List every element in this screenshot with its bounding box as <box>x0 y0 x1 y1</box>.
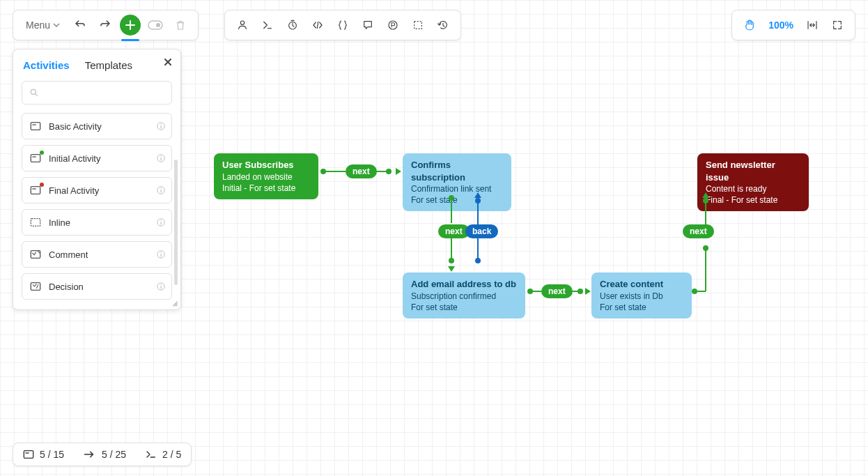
toolbar-main: Menu <box>13 10 199 40</box>
svg-rect-10 <box>31 155 40 162</box>
activities-panel: Activities Templates Basic Activity Init… <box>13 49 181 310</box>
chat-icon <box>362 20 373 31</box>
edge-arrow <box>396 168 401 175</box>
panel-item-label: Inline <box>49 217 70 228</box>
toolbar-tools <box>224 10 461 40</box>
edge-arrow <box>585 288 591 295</box>
undo-icon <box>74 19 86 31</box>
svg-rect-7 <box>31 123 40 130</box>
code-icon <box>311 20 324 31</box>
menu-dropdown[interactable]: Menu <box>20 15 65 36</box>
braces-icon <box>337 20 348 31</box>
final-activity-icon <box>29 184 42 197</box>
edge-label-next[interactable]: next <box>438 224 470 238</box>
actor-button[interactable] <box>232 15 253 36</box>
info-icon[interactable] <box>156 185 166 195</box>
node-state: For set state <box>600 302 683 313</box>
edge-line <box>696 291 706 292</box>
panel-item-label: Initial Activity <box>49 153 100 164</box>
activity-icon <box>23 450 34 459</box>
tab-activities[interactable]: Activities <box>22 56 71 74</box>
zoom-level[interactable]: 100% <box>764 20 798 31</box>
braces-button[interactable] <box>332 15 353 36</box>
fit-width-button[interactable] <box>802 15 823 36</box>
stat-commands[interactable]: 2 / 5 <box>146 449 181 460</box>
edge-port <box>386 169 392 174</box>
node-title: Create content <box>600 278 683 291</box>
node-send-newsletter[interactable]: Send newsletter issue Content is ready F… <box>697 153 809 211</box>
info-icon[interactable] <box>156 249 166 259</box>
hand-icon <box>743 19 756 31</box>
edge-label-back[interactable]: back <box>465 224 498 238</box>
params-button[interactable] <box>382 15 403 36</box>
svg-rect-11 <box>32 156 36 157</box>
node-title: Send newsletter issue <box>706 159 800 183</box>
panel-scrollbar[interactable] <box>174 160 178 285</box>
node-state: For set state <box>411 302 517 313</box>
panel-item-comment[interactable]: Comment <box>22 241 172 268</box>
info-icon[interactable] <box>156 282 166 291</box>
svg-rect-20 <box>31 283 40 291</box>
panel-search-input[interactable] <box>22 81 172 105</box>
stat-value: 5 / 25 <box>102 449 126 460</box>
info-icon[interactable] <box>156 153 166 163</box>
edge-port <box>449 258 454 263</box>
node-state: Initial - For set state <box>222 183 310 194</box>
status-bar: 5 / 15 5 / 25 2 / 5 <box>13 443 192 466</box>
node-subtitle: User exists in Db <box>600 291 683 302</box>
chevron-down-icon <box>53 22 60 29</box>
plus-icon <box>125 20 135 30</box>
edge-port <box>703 245 708 251</box>
pan-button[interactable] <box>739 15 760 36</box>
panel-item-inline[interactable]: Inline <box>22 209 172 236</box>
svg-rect-23 <box>25 452 29 453</box>
toggle-button[interactable] <box>145 15 166 36</box>
panel-item-basic-activity[interactable]: Basic Activity <box>22 113 172 139</box>
svg-point-6 <box>31 89 36 94</box>
delete-button[interactable] <box>170 15 191 36</box>
decision-icon <box>29 280 42 293</box>
node-user-subscribes[interactable]: User Subscribes Landed on website Initia… <box>214 153 318 199</box>
close-panel-button[interactable] <box>164 58 172 66</box>
person-icon <box>237 20 248 31</box>
edge-label-next[interactable]: next <box>683 224 714 238</box>
fullscreen-button[interactable] <box>827 15 848 36</box>
history-icon <box>437 20 449 31</box>
search-icon <box>29 88 39 98</box>
stat-transitions[interactable]: 5 / 25 <box>84 449 126 460</box>
select-button[interactable] <box>408 15 428 36</box>
timer-button[interactable] <box>282 15 303 36</box>
svg-rect-13 <box>31 187 40 194</box>
undo-button[interactable] <box>70 15 91 36</box>
redo-button[interactable] <box>95 15 116 36</box>
info-icon[interactable] <box>156 217 166 227</box>
svg-rect-14 <box>32 188 36 189</box>
add-button[interactable] <box>120 15 141 36</box>
node-title: Confirms subscription <box>411 159 503 183</box>
edge-line <box>325 171 346 172</box>
node-confirms-subscription[interactable]: Confirms subscription Confirmation link … <box>403 153 511 211</box>
command-button[interactable] <box>257 15 278 36</box>
code-button[interactable] <box>307 15 328 36</box>
stat-activities[interactable]: 5 / 15 <box>23 449 64 460</box>
node-subtitle: Confirmation link sent <box>411 183 503 194</box>
chat-button[interactable] <box>357 15 378 36</box>
edge-arrow <box>448 266 455 272</box>
menu-label: Menu <box>26 20 50 31</box>
node-create-content[interactable]: Create content User exists in Db For set… <box>591 272 692 318</box>
node-add-email[interactable]: Add email address to db Subscription con… <box>403 272 525 318</box>
history-button[interactable] <box>433 15 454 36</box>
tab-templates[interactable]: Templates <box>84 56 134 74</box>
expand-icon <box>832 20 843 31</box>
node-title: Add email address to db <box>411 278 517 291</box>
info-icon[interactable] <box>156 121 166 131</box>
node-state: For set state <box>411 194 503 206</box>
panel-item-decision[interactable]: Decision <box>22 273 172 300</box>
resize-handle-icon[interactable]: ◢ <box>172 299 178 307</box>
edge-port <box>578 289 583 294</box>
panel-item-initial-activity[interactable]: Initial Activity <box>22 145 172 171</box>
node-subtitle: Landed on website <box>222 171 310 183</box>
toggle-icon <box>148 20 163 30</box>
panel-item-label: Comment <box>49 249 88 260</box>
panel-item-final-activity[interactable]: Final Activity <box>22 177 172 204</box>
